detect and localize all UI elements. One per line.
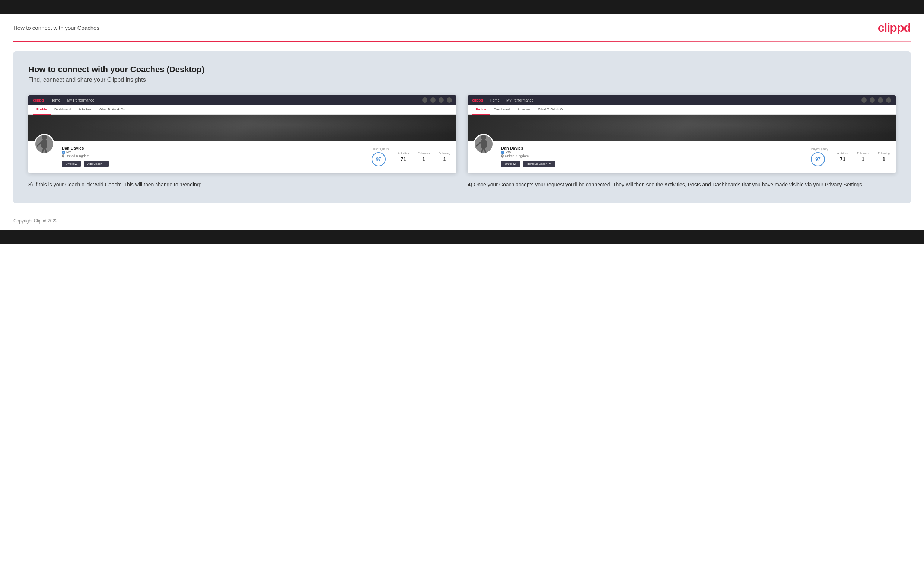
mock-profile-buttons-right: Unfollow Remove Coach ✕ xyxy=(501,161,555,167)
mock-stat-quality-right: Player Quality 97 xyxy=(811,147,828,166)
description-right: 4) Once your Coach accepts your request … xyxy=(468,181,896,189)
svg-text:✓: ✓ xyxy=(63,151,65,153)
mock-nav-performance-right: My Performance xyxy=(506,98,533,102)
header-logo: clippd xyxy=(878,21,911,35)
tab-whattoworkon-left[interactable]: What To Work On xyxy=(95,105,129,114)
header-divider xyxy=(13,41,911,42)
screenshot-col-right: clippd Home My Performance Profile Dashb… xyxy=(468,95,896,189)
svg-text:✓: ✓ xyxy=(502,151,504,153)
mock-profile-buttons-left: Unfollow Add Coach + xyxy=(62,161,109,167)
settings-icon-left xyxy=(439,97,444,103)
mock-profile-name-right: Dan Davies xyxy=(501,146,555,150)
svg-rect-8 xyxy=(481,140,486,148)
mock-nav-home-left: Home xyxy=(50,98,60,102)
mock-stat-followers-left: Followers 1 xyxy=(418,152,430,162)
mock-profile-section-right: Dan Davies ✓ Pro United Kingdom Unfollow xyxy=(468,140,896,173)
mock-nav-icons-right xyxy=(861,97,891,103)
avatar-silhouette-left xyxy=(37,134,52,153)
profile-icon-right xyxy=(886,97,891,103)
mock-logo-left: clippd xyxy=(33,98,44,102)
svg-point-7 xyxy=(481,135,486,140)
mock-stats-right: Player Quality 97 Activities 71 Follower… xyxy=(811,144,890,166)
mock-profile-location-left: United Kingdom xyxy=(62,154,109,158)
page-heading: How to connect with your Coaches (Deskto… xyxy=(28,65,896,74)
bottom-bar xyxy=(0,229,924,244)
search-icon-left xyxy=(422,97,427,103)
header: How to connect with your Coaches clippd xyxy=(0,14,924,41)
user-icon-left xyxy=(430,97,436,103)
avatar-silhouette-right xyxy=(476,134,491,153)
mock-stat-activities-right: Activities 71 xyxy=(837,152,848,162)
mock-avatar-wrapper-left xyxy=(34,134,54,154)
tab-dashboard-left[interactable]: Dashboard xyxy=(51,105,74,114)
tab-profile-left[interactable]: Profile xyxy=(33,105,51,114)
svg-point-0 xyxy=(42,135,47,140)
tab-profile-right[interactable]: Profile xyxy=(472,105,490,114)
quality-circle-left: 97 xyxy=(372,152,386,166)
tab-activities-right[interactable]: Activities xyxy=(514,105,535,114)
mock-nav-home-right: Home xyxy=(489,98,499,102)
mock-stat-activities-left: Activities 71 xyxy=(398,152,409,162)
svg-line-4 xyxy=(37,142,41,146)
unfollow-button-right[interactable]: Unfollow xyxy=(501,161,520,167)
verified-icon-right: ✓ xyxy=(501,151,504,154)
mock-stat-followers-right: Followers 1 xyxy=(857,152,869,162)
footer: Copyright Clippd 2022 xyxy=(0,213,924,229)
mock-banner-left xyxy=(28,114,456,140)
remove-coach-button-right[interactable]: Remove Coach ✕ xyxy=(523,161,555,167)
mock-stat-following-right: Following 1 xyxy=(878,152,890,162)
user-icon-right xyxy=(870,97,875,103)
search-icon-right xyxy=(861,97,867,103)
mock-stat-following-left: Following 1 xyxy=(439,152,451,162)
mock-banner-overlay-left xyxy=(28,114,456,140)
mock-profile-info-right: Dan Davies ✓ Pro United Kingdom Unfollow xyxy=(501,144,555,167)
mock-profile-role-right: ✓ Pro xyxy=(501,150,555,154)
tab-activities-left[interactable]: Activities xyxy=(74,105,95,114)
mock-browser-right: clippd Home My Performance Profile Dashb… xyxy=(468,95,896,173)
mock-nav-performance-left: My Performance xyxy=(67,98,94,102)
mock-navbar-left: clippd Home My Performance xyxy=(28,95,456,105)
screenshots-row: clippd Home My Performance Profile Dashb… xyxy=(28,95,896,189)
location-icon-right xyxy=(501,155,504,158)
mock-profile-section-left: Dan Davies ✓ Pro United Kingdom Unfollow xyxy=(28,140,456,173)
top-bar xyxy=(0,0,924,14)
svg-line-10 xyxy=(484,147,486,153)
mock-avatar-right xyxy=(473,134,494,154)
page-subheading: Find, connect and share your Clippd insi… xyxy=(28,77,896,83)
location-icon-left xyxy=(62,155,65,158)
unfollow-button-left[interactable]: Unfollow xyxy=(62,161,81,167)
mock-tabs-left: Profile Dashboard Activities What To Wor… xyxy=(28,105,456,114)
tab-whattoworkon-right[interactable]: What To Work On xyxy=(535,105,569,114)
quality-circle-right: 97 xyxy=(811,152,825,166)
mock-stat-quality-left: Player Quality 97 xyxy=(372,147,389,166)
add-coach-button-left[interactable]: Add Coach + xyxy=(84,161,109,167)
svg-line-3 xyxy=(44,147,47,153)
profile-icon-left xyxy=(447,97,452,103)
main-content: How to connect with your Coaches (Deskto… xyxy=(13,52,911,203)
settings-icon-right xyxy=(878,97,883,103)
mock-profile-info-left: Dan Davies ✓ Pro United Kingdom Unfollow xyxy=(62,144,109,167)
mock-browser-left: clippd Home My Performance Profile Dashb… xyxy=(28,95,456,173)
header-title: How to connect with your Coaches xyxy=(13,24,99,31)
mock-nav-icons-left xyxy=(422,97,452,103)
verified-icon-left: ✓ xyxy=(62,151,65,154)
copyright-text: Copyright Clippd 2022 xyxy=(13,218,58,224)
mock-banner-overlay-right xyxy=(468,114,896,140)
mock-navbar-right: clippd Home My Performance xyxy=(468,95,896,105)
tab-dashboard-right[interactable]: Dashboard xyxy=(490,105,514,114)
svg-line-11 xyxy=(476,142,481,146)
mock-profile-role-left: ✓ Pro xyxy=(62,150,109,154)
mock-logo-right: clippd xyxy=(472,98,483,102)
mock-avatar-left xyxy=(34,134,54,154)
svg-rect-1 xyxy=(41,140,47,148)
mock-avatar-wrapper-right xyxy=(473,134,494,154)
mock-banner-right xyxy=(468,114,896,140)
description-left: 3) If this is your Coach click 'Add Coac… xyxy=(28,181,456,189)
mock-tabs-right: Profile Dashboard Activities What To Wor… xyxy=(468,105,896,114)
mock-stats-left: Player Quality 97 Activities 71 Follower… xyxy=(372,144,451,166)
mock-profile-name-left: Dan Davies xyxy=(62,146,109,150)
screenshot-col-left: clippd Home My Performance Profile Dashb… xyxy=(28,95,456,189)
mock-profile-location-right: United Kingdom xyxy=(501,154,555,158)
